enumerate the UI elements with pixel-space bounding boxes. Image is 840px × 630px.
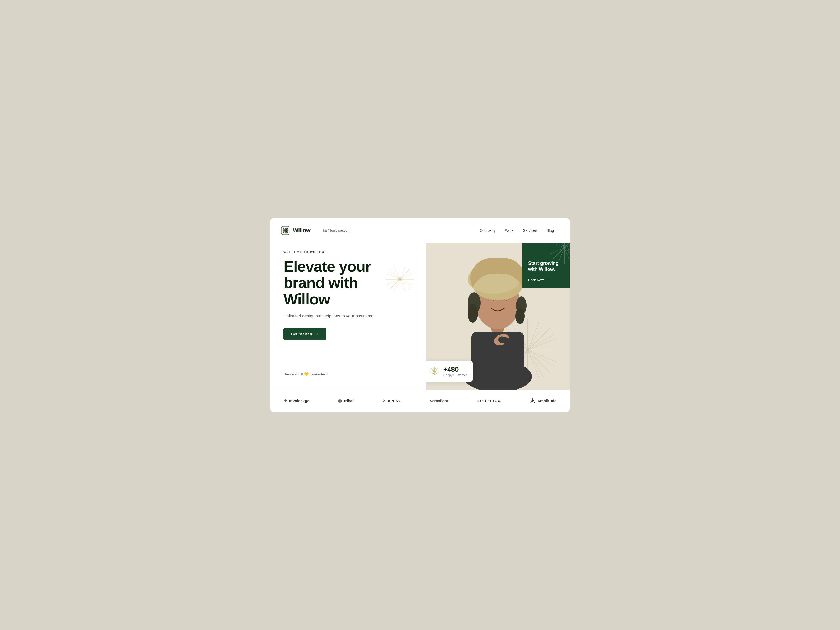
header-email[interactable]: hi@flowbase.com [323,228,350,232]
main-content: WELCOME TO WILLOW Elevate your brand wit… [270,243,570,390]
cta-arrow-icon: → [315,332,319,336]
brand-rpublica[interactable]: RPUBLICA [477,398,501,403]
svg-point-66 [532,400,534,402]
stats-icon [429,366,440,376]
header-nav: Company Work Services Blog [480,228,559,232]
svg-point-9 [285,230,286,231]
hero-title: Elevate your brand with Willow [284,258,413,308]
heart-icon: 💛 [304,372,309,376]
nav-blog[interactable]: Blog [546,228,554,232]
nav-work[interactable]: Work [505,228,513,232]
brand-veroxfloor[interactable]: veroxfloor [430,398,448,403]
header-left: Willow hi@flowbase.com [281,226,350,235]
right-panel: Start growing with Willow. Book Now → [426,243,570,390]
book-now-button[interactable]: Book Now → [528,278,564,282]
amplitude-icon [530,398,535,403]
logo-text: Willow [293,227,310,234]
logo-bar: ✈ Invoice2go ◎ tribal ✕ XPENG veroxfloor… [270,390,570,412]
guarantee-text: Design you'll 💛 guaranteed [284,372,413,376]
book-arrow-icon: → [545,278,549,282]
svg-point-63 [433,370,436,372]
page-container: Willow hi@flowbase.com Company Work Serv… [270,218,570,412]
green-cta-card: Start growing with Willow. Book Now → [523,243,570,288]
xpeng-icon: ✕ [382,398,385,403]
nav-company[interactable]: Company [480,228,496,232]
svg-point-45 [515,308,525,324]
green-card-sunburst [546,243,570,266]
brand-xpeng[interactable]: ✕ XPENG [382,398,402,403]
get-started-button[interactable]: Get Started → [284,328,326,340]
brand-invoice2go[interactable]: ✈ Invoice2go [284,398,309,403]
stats-label: Happy Customer [444,373,467,377]
hero-subtitle: Unlimited design subscriptions to your b… [284,314,413,318]
tribal-icon: ◎ [338,398,342,403]
stats-number: +480 [444,366,467,373]
invoice2go-icon: ✈ [284,398,287,403]
logo-icon [281,226,291,235]
welcome-label: WELCOME TO WILLOW [284,250,413,254]
nav-services[interactable]: Services [523,228,537,232]
svg-point-64 [434,376,435,376]
stats-info: +480 Happy Customer [444,366,467,377]
stats-card: +480 Happy Customer [426,361,473,382]
header: Willow hi@flowbase.com Company Work Serv… [270,218,570,243]
svg-point-43 [467,304,478,323]
hero-image-area: Start growing with Willow. Book Now → [426,243,570,390]
brand-tribal[interactable]: ◎ tribal [338,398,354,403]
left-panel: WELCOME TO WILLOW Elevate your brand wit… [270,243,426,390]
brand-amplitude[interactable]: Amplitude [530,398,556,403]
logo-group[interactable]: Willow [281,226,310,235]
